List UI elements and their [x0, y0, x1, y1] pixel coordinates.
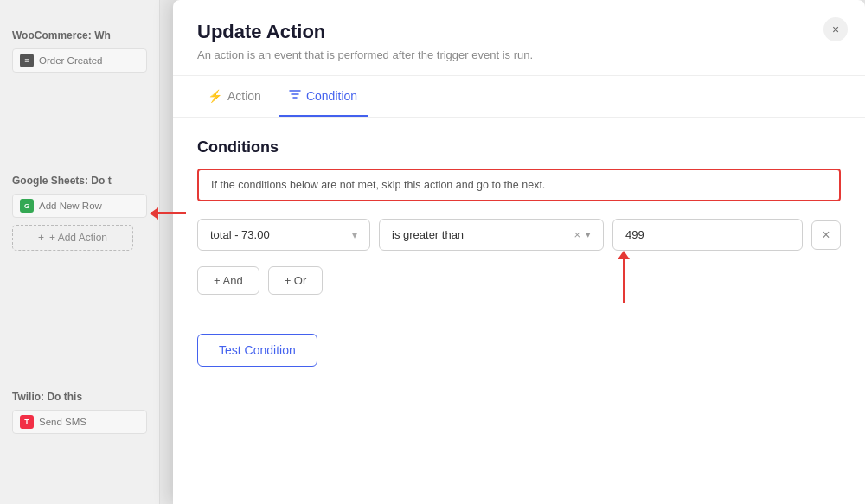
close-button[interactable]: ×	[823, 17, 848, 41]
twilio-section: Twilio: Do this T Send SMS	[0, 377, 159, 453]
condition-tab-icon	[289, 88, 301, 103]
field-selector[interactable]: total - 73.00 ▾	[197, 219, 370, 251]
tabs-bar: ⚡ Action Condition	[173, 76, 865, 118]
test-condition-button[interactable]: Test Condition	[197, 334, 317, 367]
field-chevron-icon: ▾	[352, 229, 357, 241]
modal-body: Conditions If the conditions below are n…	[173, 118, 865, 504]
operator-selector[interactable]: is greater than × ▾	[379, 219, 604, 251]
operator-clear-icon[interactable]: ×	[573, 229, 580, 240]
modal-subtitle: An action is an event that is performed …	[197, 48, 841, 61]
google-section: Google Sheets: Do t G Add New Row + + Ad…	[0, 161, 159, 265]
google-title: Google Sheets: Do t	[12, 175, 147, 187]
twilio-icon: T	[20, 415, 34, 429]
left-panel: WooCommerce: Wh ≡ Order Created Google S…	[0, 0, 160, 504]
woocommerce-section: WooCommerce: Wh ≡ Order Created	[0, 16, 159, 92]
remove-condition-button[interactable]: ×	[811, 220, 841, 250]
close-icon: ×	[832, 22, 839, 36]
send-sms-label: Send SMS	[39, 417, 86, 427]
operator-chevron-icon[interactable]: ▾	[586, 229, 591, 240]
tab-condition[interactable]: Condition	[279, 76, 368, 117]
order-created-item: ≡ Order Created	[12, 48, 147, 73]
add-row-item: G Add New Row	[12, 194, 147, 218]
divider	[197, 316, 841, 316]
google-icon: G	[20, 199, 34, 213]
or-label: + Or	[285, 274, 307, 287]
red-arrow-up	[618, 251, 630, 303]
operator-actions: × ▾	[573, 229, 591, 240]
add-and-button[interactable]: + And	[197, 266, 260, 295]
order-icon: ≡	[20, 54, 34, 67]
add-action-label: + Add Action	[49, 232, 107, 244]
red-arrow-left	[151, 212, 186, 214]
add-action-button[interactable]: + + Add Action	[12, 225, 133, 251]
field-selector-value: total - 73.00	[210, 228, 270, 241]
remove-icon: ×	[822, 227, 830, 243]
modal: Update Action An action is an event that…	[173, 0, 865, 504]
condition-row: total - 73.00 ▾ is greater than × ▾ ×	[197, 219, 841, 251]
modal-title: Update Action	[197, 21, 841, 43]
add-row-label: Add New Row	[39, 201, 102, 211]
tab-action[interactable]: ⚡ Action	[197, 76, 272, 117]
send-sms-item: T Send SMS	[12, 410, 147, 434]
order-created-label: Order Created	[39, 55, 103, 66]
warning-text: If the conditions below are not met, ski…	[211, 179, 545, 191]
twilio-title: Twilio: Do this	[12, 391, 147, 403]
action-tab-label: Action	[227, 89, 261, 103]
warning-box: If the conditions below are not met, ski…	[197, 169, 841, 201]
add-or-button[interactable]: + Or	[268, 266, 324, 295]
operator-value: is greater than	[392, 228, 567, 241]
condition-tab-label: Condition	[306, 89, 357, 103]
conditions-title: Conditions	[197, 138, 841, 156]
test-condition-label: Test Condition	[219, 343, 296, 357]
woocommerce-title: WooCommerce: Wh	[12, 29, 147, 41]
modal-header: Update Action An action is an event that…	[173, 0, 865, 76]
add-buttons-row: + And + Or	[197, 266, 841, 295]
plus-icon: +	[38, 232, 44, 244]
condition-value-input[interactable]	[612, 219, 803, 251]
and-label: + And	[214, 274, 243, 287]
action-tab-icon: ⚡	[208, 89, 222, 103]
